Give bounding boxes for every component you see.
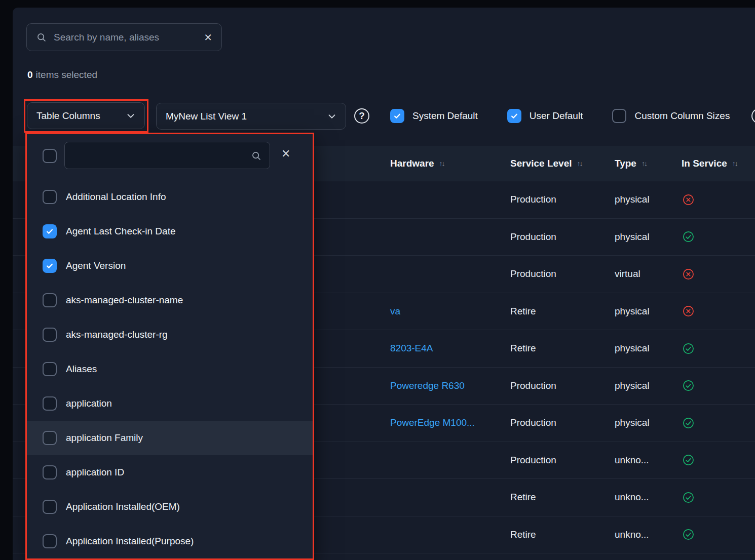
list-view-select[interactable]: MyNew List View 1 xyxy=(156,103,346,130)
column-header-label: Type xyxy=(615,158,636,169)
toolbar-checkbox-label: User Default xyxy=(530,110,583,122)
panel-close-icon[interactable]: ✕ xyxy=(281,148,290,159)
column-option-label: application Family xyxy=(66,432,143,444)
in-service-yes-icon xyxy=(683,219,694,256)
help-icon[interactable]: ? xyxy=(354,108,369,124)
column-option-label: aks-managed-cluster-name xyxy=(66,295,183,306)
checkbox-unchecked[interactable] xyxy=(612,109,626,123)
toolbar-checkbox-system-default[interactable]: System Default xyxy=(390,109,478,123)
table-columns-panel: ✕ Additional Location InfoAgent Last Che… xyxy=(25,133,314,560)
type-cell: physical xyxy=(615,293,650,330)
column-header-hardware[interactable]: Hardware↑↓ xyxy=(390,146,444,181)
column-option[interactable]: Additional Location Info xyxy=(27,180,313,214)
checkbox-unchecked[interactable] xyxy=(43,465,57,479)
column-option[interactable]: Application Installed(Purpose) xyxy=(27,524,313,558)
search-input[interactable] xyxy=(54,32,197,43)
column-option[interactable]: Agent Version xyxy=(27,249,313,283)
panel-header: ✕ xyxy=(27,134,313,180)
column-option[interactable]: Aliases xyxy=(27,352,313,386)
hardware-link[interactable]: Poweredge R630 xyxy=(390,368,465,405)
toolbar-checkbox-group: System DefaultUser DefaultCustom Column … xyxy=(390,102,730,130)
service-level-cell: Retire xyxy=(510,479,536,516)
type-cell: unkno... xyxy=(615,516,649,553)
column-option[interactable]: aks-managed-cluster-rg xyxy=(27,317,313,352)
checkbox-unchecked[interactable] xyxy=(43,293,57,307)
type-cell: virtual xyxy=(615,256,640,293)
column-options-list: Additional Location InfoAgent Last Check… xyxy=(27,180,313,558)
hardware-link[interactable]: PowerEdge M100... xyxy=(390,405,475,442)
type-cell: physical xyxy=(615,405,650,442)
in-service-yes-icon xyxy=(683,330,694,367)
in-service-no-icon xyxy=(683,181,694,218)
checkbox-checked[interactable] xyxy=(507,109,521,123)
chevron-down-icon xyxy=(326,111,337,122)
hardware-link[interactable]: va xyxy=(390,293,400,330)
checkbox-checked[interactable] xyxy=(390,109,404,123)
list-view-value: MyNew List View 1 xyxy=(166,111,247,122)
type-cell: physical xyxy=(615,219,650,256)
checkbox-unchecked[interactable] xyxy=(43,328,57,342)
table-columns-button[interactable]: Table Columns xyxy=(27,102,145,129)
hardware-link[interactable]: 8203-E4A xyxy=(390,330,433,367)
in-service-yes-icon xyxy=(683,405,694,442)
type-cell: unkno... xyxy=(615,479,649,516)
toolbar-checkbox-user-default[interactable]: User Default xyxy=(507,109,583,123)
checkbox-checked[interactable] xyxy=(43,224,57,238)
search-icon xyxy=(251,150,261,161)
service-level-cell: Production xyxy=(510,405,556,442)
sort-icon[interactable]: ↑↓ xyxy=(439,159,444,168)
in-service-yes-icon xyxy=(683,368,694,405)
column-option[interactable]: application xyxy=(27,386,313,421)
column-option-label: Agent Version xyxy=(66,260,126,271)
checkbox-unchecked[interactable] xyxy=(43,396,57,411)
select-all-checkbox[interactable] xyxy=(43,149,57,163)
service-level-cell: Retire xyxy=(510,293,536,330)
search-clear-icon[interactable]: ✕ xyxy=(204,32,212,43)
column-header-in-service[interactable]: In Service↑↓ xyxy=(682,146,737,181)
column-header-service-level[interactable]: Service Level↑↓ xyxy=(510,146,582,181)
checkbox-unchecked[interactable] xyxy=(43,190,57,204)
toolbar-checkbox-label: System Default xyxy=(412,110,478,122)
service-level-cell: Production xyxy=(510,368,556,405)
column-option-label: Additional Location Info xyxy=(66,191,166,203)
column-option[interactable]: application ID xyxy=(27,455,313,490)
column-filter-input[interactable] xyxy=(73,150,246,161)
column-option-label: Application Installed(Purpose) xyxy=(66,536,194,547)
service-level-cell: Retire xyxy=(510,330,536,367)
sort-icon[interactable]: ↑↓ xyxy=(577,159,582,168)
in-service-no-icon xyxy=(683,256,694,293)
search-icon xyxy=(36,32,47,43)
column-header-label: Service Level xyxy=(510,158,572,169)
selection-label: items selected xyxy=(36,69,97,80)
checkbox-unchecked[interactable] xyxy=(43,362,57,376)
column-option[interactable]: aks-managed-cluster-name xyxy=(27,283,313,317)
checkbox-unchecked[interactable] xyxy=(43,534,57,548)
column-option-label: Aliases xyxy=(66,364,97,375)
chevron-down-icon xyxy=(125,110,136,122)
column-header-type[interactable]: Type↑↓ xyxy=(615,146,647,181)
column-option-label: aks-managed-cluster-rg xyxy=(66,329,168,340)
column-filter-box[interactable] xyxy=(64,142,270,169)
selection-summary: 0items selected xyxy=(27,69,97,81)
column-option-label: Application Installed(OEM) xyxy=(66,501,180,512)
service-level-cell: Production xyxy=(510,181,556,218)
checkbox-checked[interactable] xyxy=(43,259,57,273)
column-option[interactable]: Agent Last Check-in Date xyxy=(27,214,313,249)
in-service-yes-icon xyxy=(683,516,694,553)
sort-icon[interactable]: ↑↓ xyxy=(641,159,647,168)
global-search[interactable]: ✕ xyxy=(26,23,222,51)
column-option[interactable]: application Family xyxy=(27,421,313,455)
type-cell: physical xyxy=(615,368,650,405)
service-level-cell: Production xyxy=(510,256,556,293)
custom-sizes-help-icon[interactable]: ? xyxy=(751,108,755,124)
checkbox-unchecked[interactable] xyxy=(43,431,57,445)
toolbar-checkbox-custom-column-sizes[interactable]: Custom Column Sizes xyxy=(612,109,730,123)
column-option[interactable]: Application Installed(OEM) xyxy=(27,490,313,524)
in-service-yes-icon xyxy=(683,479,694,516)
checkbox-unchecked[interactable] xyxy=(43,500,57,514)
column-header-label: In Service xyxy=(682,158,727,169)
in-service-yes-icon xyxy=(683,442,694,479)
sort-icon[interactable]: ↑↓ xyxy=(732,159,737,168)
device-list-page: ✕ 0items selected Table Columns MyNew Li… xyxy=(13,8,755,560)
type-cell: physical xyxy=(615,330,650,367)
